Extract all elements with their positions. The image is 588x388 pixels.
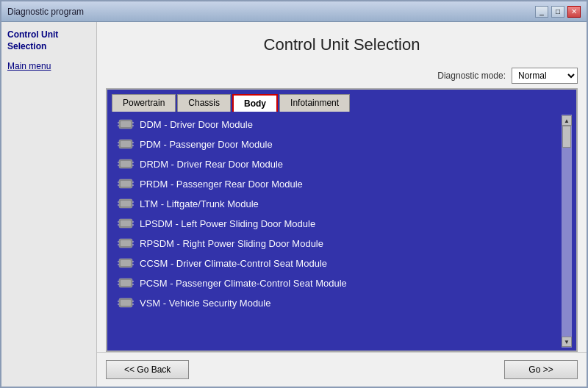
sidebar: Control Unit Selection Main menu [1,22,97,387]
module-icon [118,257,134,269]
diagnostic-mode-bar: Diagnostic mode: Normal Advanced Expert [97,65,587,88]
page-title: Control Unit Selection [97,35,587,54]
go-back-button[interactable]: << Go Back [106,360,189,379]
window-title: Diagnostic program [7,7,84,17]
list-item[interactable]: LTM - Liftgate/Trunk Module [112,194,559,213]
svg-rect-13 [121,161,131,167]
svg-rect-7 [121,141,131,147]
module-icon [118,218,134,229]
module-label: PRDM - Passenger Rear Door Module [140,179,303,190]
scroll-up-button[interactable]: ▲ [562,115,572,126]
scroll-thumb[interactable] [562,126,571,148]
module-icon [118,277,134,289]
list-item[interactable]: PDM - Passenger Door Module [112,134,559,154]
module-icon [118,297,134,309]
svg-rect-19 [121,181,131,187]
list-item[interactable]: RPSDM - Right Power Sliding Door Module [112,234,559,253]
svg-rect-49 [121,280,131,286]
main-content: Control Unit Selection Main menu Control… [1,22,587,387]
sidebar-item-control-unit-selection[interactable]: Control Unit Selection [7,29,90,52]
module-icon [118,178,134,190]
list-item[interactable]: VSM - Vehicle Security Module [112,293,559,312]
module-label: CCSM - Driver Climate-Control Seat Modul… [140,258,327,269]
module-label: DRDM - Driver Rear Door Module [140,159,283,170]
module-label: PDM - Passenger Door Module [140,139,273,150]
sidebar-item-main-menu[interactable]: Main menu [7,61,90,71]
module-icon [118,118,134,130]
module-label: PCSM - Passenger Climate-Control Seat Mo… [140,278,347,289]
module-icon [118,198,134,209]
diagnostic-mode-label: Diagnostic mode: [437,71,506,81]
scroll-track [562,126,571,337]
module-icon [118,237,134,249]
scroll-down-button[interactable]: ▼ [562,337,572,347]
content-box: Powertrain Chassis Body Infotainment DDM… [106,88,578,352]
page-title-bar: Control Unit Selection [97,22,587,65]
svg-rect-37 [121,240,131,246]
module-list: DDM - Driver Door Module PDM - Passenger… [112,115,559,348]
module-label: LPSDM - Left Power Sliding Door Module [140,218,315,229]
svg-rect-1 [121,121,131,127]
module-icon [118,158,134,170]
titlebar: Diagnostic program _ □ ✕ [1,1,587,22]
right-panel: Control Unit Selection Diagnostic mode: … [97,22,587,387]
module-label: DDM - Driver Door Module [140,119,253,130]
module-icon [118,138,134,150]
svg-rect-55 [121,300,131,306]
svg-rect-25 [121,201,131,206]
close-button[interactable]: ✕ [567,6,581,18]
minimize-button[interactable]: _ [535,6,548,18]
tab-powertrain[interactable]: Powertrain [112,94,176,112]
list-item[interactable]: CCSM - Driver Climate-Control Seat Modul… [112,254,559,273]
tab-body[interactable]: Body [232,94,278,112]
svg-rect-31 [121,220,131,226]
list-area: DDM - Driver Door Module PDM - Passenger… [107,112,576,351]
tab-chassis[interactable]: Chassis [177,94,231,112]
scrollbar[interactable]: ▲ ▼ [562,115,572,348]
module-label: RPSDM - Right Power Sliding Door Module [140,238,323,249]
main-window: Diagnostic program _ □ ✕ Control Unit Se… [0,0,588,388]
list-item[interactable]: LPSDM - Left Power Sliding Door Module [112,214,559,233]
list-item[interactable]: PCSM - Passenger Climate-Control Seat Mo… [112,273,559,292]
svg-rect-43 [121,260,131,266]
list-item[interactable]: DDM - Driver Door Module [112,115,559,134]
maximize-button[interactable]: □ [551,6,564,18]
bottom-bar: << Go Back Go >> [97,352,587,387]
titlebar-buttons: _ □ ✕ [535,6,581,18]
go-button[interactable]: Go >> [504,360,578,379]
module-label: VSM - Vehicle Security Module [140,298,270,309]
list-item[interactable]: DRDM - Driver Rear Door Module [112,154,559,173]
tabs: Powertrain Chassis Body Infotainment [107,90,576,112]
list-item[interactable]: PRDM - Passenger Rear Door Module [112,174,559,193]
tab-infotainment[interactable]: Infotainment [279,94,350,112]
diagnostic-mode-select[interactable]: Normal Advanced Expert [512,68,578,84]
module-label: LTM - Liftgate/Trunk Module [140,198,259,209]
